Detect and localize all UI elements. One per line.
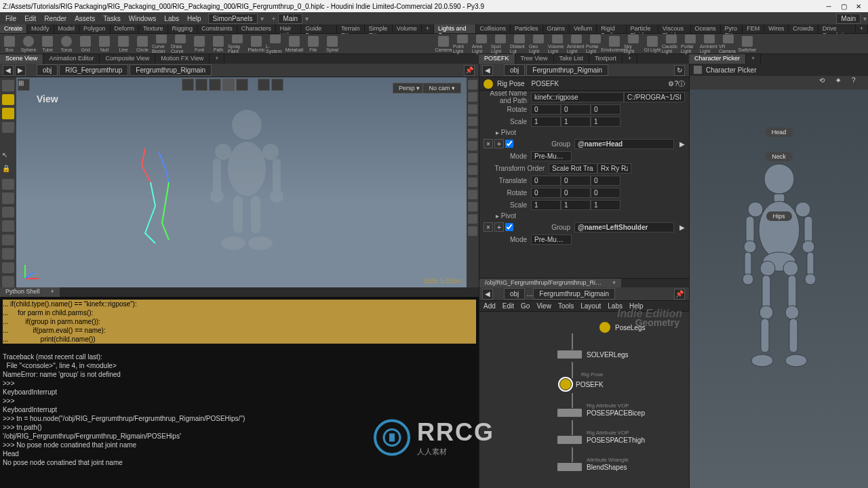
node-blendshapes[interactable]: BlendShapes: [557, 462, 627, 472]
panel-tab-charpicker[interactable]: Character Picker: [689, 54, 746, 64]
shelf-tool-tube[interactable]: Tube: [38, 35, 57, 54]
vpr-11[interactable]: [468, 202, 477, 211]
shelf-tool-spotlight[interactable]: Spot Light: [491, 35, 510, 54]
shelf-tool-portallight2[interactable]: Portal Light: [681, 35, 700, 54]
scale-z-2[interactable]: [591, 200, 620, 210]
shelf-tab-collisions[interactable]: Collisions: [476, 24, 511, 33]
tool-b[interactable]: [2, 207, 14, 218]
vp-tool-5[interactable]: [236, 79, 248, 91]
shelf-tool-distantlgt[interactable]: Distant Lgt: [510, 35, 529, 54]
panel-tab-posefk[interactable]: POSEFK: [479, 54, 515, 64]
tool-scale[interactable]: [2, 122, 14, 134]
pivot-collapse-2[interactable]: ▸: [496, 212, 499, 220]
tool-d[interactable]: [2, 235, 14, 246]
panel-tab-add-char[interactable]: +: [746, 54, 761, 64]
shelf-tab-drivesim[interactable]: Drive Simulation: [818, 24, 856, 33]
menu-windows[interactable]: Windows: [125, 15, 161, 22]
shelf-tab-polygon[interactable]: Polygon: [79, 24, 111, 33]
shelf-tool-spraypaint[interactable]: Spray Paint: [228, 35, 247, 54]
nav-back-icon[interactable]: ◀: [3, 65, 14, 76]
shelf-tab-volume[interactable]: Volume: [393, 24, 422, 33]
tool-translate[interactable]: [2, 94, 14, 106]
menu-help[interactable]: Help: [183, 15, 205, 22]
add-group-1b[interactable]: +: [494, 139, 504, 148]
group-select-icon-2[interactable]: ▶: [679, 224, 685, 231]
panel-tab-textport[interactable]: Textport: [589, 54, 623, 64]
vpr-4[interactable]: [468, 117, 477, 126]
tool-lock-icon[interactable]: 🔒: [2, 165, 14, 176]
shelf-tab-guideprocess[interactable]: Guide Process: [301, 24, 337, 33]
param-info-icon[interactable]: ⓘ: [678, 79, 685, 89]
crumb-rigmain[interactable]: Fergrumthrup_Rigmain: [130, 64, 212, 76]
shelf-tab-grains[interactable]: Grains: [543, 24, 570, 33]
panel-tab-treeview[interactable]: Tree View: [515, 54, 554, 64]
net-menu-go[interactable]: Go: [521, 302, 530, 310]
scale-y[interactable]: [561, 117, 591, 127]
tool-c[interactable]: [2, 220, 14, 232]
group-field-head[interactable]: [574, 139, 674, 149]
vpr-8[interactable]: [468, 165, 477, 175]
vpr-5[interactable]: [468, 129, 477, 138]
node-poselegs[interactable]: PoseLegs: [599, 321, 645, 333]
tool-rotate[interactable]: [2, 108, 14, 119]
panel-tab-motionfx[interactable]: Motion FX View: [155, 54, 210, 64]
shelf-tool-volumelight[interactable]: Volume Light: [548, 35, 567, 54]
menu-tasks[interactable]: Tasks: [99, 15, 125, 22]
vpr-12[interactable]: [468, 214, 477, 224]
shelf-tool-ambientlight[interactable]: Ambient Light: [567, 35, 586, 54]
shelf-tool-geolight[interactable]: Geo Light: [529, 35, 548, 54]
shelf-tool-gilight[interactable]: GI Light: [643, 35, 662, 54]
rotate-y-2[interactable]: [561, 188, 591, 198]
char-help-icon[interactable]: ?: [852, 77, 864, 89]
mode-field-2[interactable]: [531, 235, 572, 245]
shelf-tab-create[interactable]: Create: [0, 24, 27, 33]
shelf-tab-crowds[interactable]: Crowds: [789, 24, 818, 33]
shelf-tool-spiral[interactable]: Spiral: [323, 35, 342, 54]
char-refresh-icon[interactable]: ⟲: [819, 77, 831, 89]
remove-group-1[interactable]: ×: [484, 139, 493, 148]
shelf-tab-vellum[interactable]: Vellum: [570, 24, 597, 33]
net-menu-edit[interactable]: Edit: [502, 302, 514, 310]
shelf-tab-pyrofx[interactable]: Pyro FX: [721, 24, 743, 33]
tool-a[interactable]: [2, 192, 14, 204]
menuset-main[interactable]: Main: [278, 14, 302, 24]
scale-x[interactable]: [531, 117, 561, 127]
window-maximize[interactable]: ▢: [837, 1, 850, 11]
shelf-tool-circle[interactable]: Circle: [133, 35, 152, 54]
menu-edit[interactable]: Edit: [20, 15, 40, 22]
shelf-tool-environment[interactable]: Environment: [605, 35, 624, 54]
tool-g[interactable]: [2, 276, 14, 287]
shelf-tool-lsystem[interactable]: L-System: [266, 35, 285, 54]
asset-type-field[interactable]: [531, 92, 624, 102]
vp-grid-icon[interactable]: ⊞: [18, 79, 30, 91]
tool-f[interactable]: [2, 262, 14, 274]
scale-y-2[interactable]: [561, 200, 591, 210]
desktop-main[interactable]: Main: [836, 14, 861, 24]
shelf-tab-rigging[interactable]: Rigging: [168, 24, 198, 33]
shelf-tool-sphere[interactable]: Sphere: [19, 35, 38, 54]
nav-pin-icon[interactable]: 📌: [464, 65, 475, 76]
vpr-9[interactable]: [468, 178, 477, 187]
viewport-camera-dropdown[interactable]: No cam ▾: [422, 83, 461, 94]
vpr-6[interactable]: [468, 141, 477, 150]
shelf-tab-constraints[interactable]: Constraints: [197, 24, 237, 33]
shelf-tool-arealight[interactable]: Area Light: [472, 35, 491, 54]
rotate-z-2[interactable]: [591, 188, 620, 198]
crumb-obj[interactable]: obj: [37, 64, 58, 76]
group-select-icon-1[interactable]: ▶: [679, 140, 685, 148]
window-close[interactable]: ✕: [852, 1, 865, 11]
net-menu-add[interactable]: Add: [484, 302, 496, 310]
shelf-tool-ambientlight2[interactable]: Ambient Light: [700, 35, 719, 54]
shelf-tool-grid[interactable]: Grid: [76, 35, 95, 54]
shelf-tab-characters[interactable]: Characters: [237, 24, 276, 33]
pivot-collapse-1[interactable]: ▸: [496, 129, 499, 136]
net-menu-layout[interactable]: Layout: [580, 302, 601, 310]
tool-e[interactable]: [2, 248, 14, 260]
add-group-2b[interactable]: +: [494, 222, 504, 232]
vp-tool-2[interactable]: [195, 79, 208, 91]
menuset-custom[interactable]: SimonPanels: [208, 14, 258, 24]
panel-tab-add-mid[interactable]: +: [623, 54, 637, 64]
tool-snap[interactable]: [2, 179, 14, 190]
net-menu-view[interactable]: View: [536, 302, 551, 310]
shelf-tool-file[interactable]: File: [304, 35, 323, 54]
